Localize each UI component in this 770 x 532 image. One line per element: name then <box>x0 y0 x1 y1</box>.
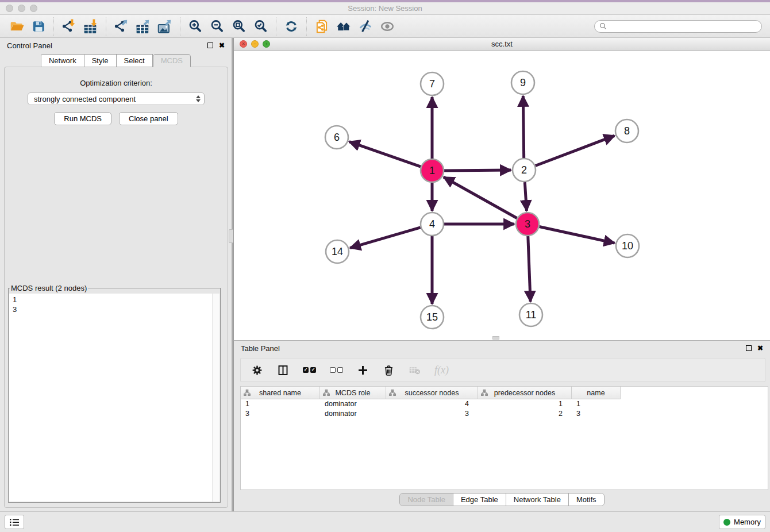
tab-select[interactable]: Select <box>117 54 153 67</box>
table-row[interactable]: 1dominator411 <box>241 399 768 409</box>
canvas-resize-handle[interactable] <box>492 336 499 340</box>
close-panel-icon[interactable]: ✖ <box>219 42 225 49</box>
save-button[interactable] <box>28 17 49 36</box>
tab-motifs[interactable]: Motifs <box>568 494 604 506</box>
deselect-all-icon <box>330 367 343 373</box>
edge-1-6[interactable] <box>349 142 421 167</box>
houses-button[interactable] <box>333 17 355 36</box>
zoom-in-icon <box>188 19 203 34</box>
column-header-name[interactable]: name <box>572 387 621 399</box>
node-11[interactable]: 11 <box>519 303 542 326</box>
result-scrollbar[interactable] <box>212 294 220 502</box>
trash-button[interactable] <box>383 364 395 376</box>
cell-successor-nodes: 3 <box>386 410 478 418</box>
control-panel-tabs: NetworkStyleSelectMCDS <box>0 54 232 67</box>
cell-predecessor-nodes: 2 <box>478 410 572 418</box>
node-6[interactable]: 6 <box>325 126 348 149</box>
edge-1-2[interactable] <box>444 170 511 171</box>
duplicate-network-icon <box>314 19 329 34</box>
edge-3-1[interactable] <box>444 177 517 218</box>
edge-2-8[interactable] <box>536 136 615 165</box>
function-button: f(x) <box>434 364 449 376</box>
table-toolbar: ✓✓f(x) <box>240 358 765 382</box>
edge-2-3[interactable] <box>525 182 526 211</box>
table-panel-title: Table Panel <box>241 344 740 353</box>
folder-open-icon <box>9 19 24 34</box>
criterion-select[interactable]: strongly connected component <box>28 92 205 105</box>
eye-slash-button[interactable] <box>355 17 376 36</box>
export-network-button[interactable] <box>110 17 132 36</box>
node-8[interactable]: 8 <box>615 119 638 142</box>
search-box[interactable] <box>594 20 762 33</box>
column-header-successor-nodes[interactable]: successor nodes <box>386 387 478 399</box>
zoom-out-button[interactable] <box>206 17 228 36</box>
add-button[interactable] <box>357 364 369 376</box>
table-float-panel-icon[interactable] <box>746 345 752 351</box>
run-mcds-button[interactable]: Run MCDS <box>54 112 111 125</box>
node-15[interactable]: 15 <box>421 306 444 329</box>
control-panel-title: Control Panel <box>7 41 202 50</box>
node-label: 14 <box>332 246 343 257</box>
node-label: 2 <box>521 164 527 176</box>
eye-button[interactable] <box>376 17 398 36</box>
gear-button[interactable] <box>251 364 263 376</box>
column-header-MCDS-role[interactable]: MCDS role <box>320 387 386 399</box>
close-panel-button[interactable]: Close panel <box>119 112 178 125</box>
table-panel: Table Panel ✖ ✓✓f(x) shared nameMCDS rol… <box>233 340 770 511</box>
node-14[interactable]: 14 <box>326 240 349 263</box>
export-image-icon <box>157 19 172 34</box>
zoom-out-icon <box>210 19 225 34</box>
node-1[interactable]: 1 <box>421 159 444 182</box>
edge-4-14[interactable] <box>350 228 421 248</box>
node-4[interactable]: 4 <box>421 213 444 236</box>
status-bar: Memory <box>0 511 770 532</box>
memory-button[interactable]: Memory <box>719 515 765 529</box>
search-input[interactable] <box>610 22 757 30</box>
tab-edge-table[interactable]: Edge Table <box>453 494 506 506</box>
zoom-in-button[interactable] <box>184 17 206 36</box>
node-10[interactable]: 10 <box>616 234 639 257</box>
export-image-button[interactable] <box>154 17 176 36</box>
edge-2-9[interactable] <box>523 96 523 158</box>
column-header-shared-name[interactable]: shared name <box>241 387 320 399</box>
tab-node-table[interactable]: Node Table <box>400 494 453 506</box>
node-3[interactable]: 3 <box>516 213 539 236</box>
column-header-predecessor-nodes[interactable]: predecessor nodes <box>478 387 572 399</box>
edge-3-11[interactable] <box>528 236 530 302</box>
edge-3-10[interactable] <box>540 227 615 244</box>
deselect-all-button[interactable] <box>330 367 343 373</box>
tab-style[interactable]: Style <box>84 54 117 67</box>
import-table-button[interactable] <box>80 17 102 36</box>
node-label: 8 <box>624 125 630 137</box>
table-close-panel-icon[interactable]: ✖ <box>757 345 763 352</box>
zoom-fit-button[interactable] <box>228 17 250 36</box>
tab-network[interactable]: Network <box>41 54 84 67</box>
table-header-row: shared nameMCDS rolesuccessor nodesprede… <box>241 387 768 399</box>
duplicate-network-button[interactable] <box>311 17 333 36</box>
table-row[interactable]: 3dominator323 <box>241 409 768 419</box>
mcds-result-textarea[interactable]: 1 3 <box>9 294 220 502</box>
task-history-button[interactable] <box>5 515 24 529</box>
column-type-icon <box>481 390 488 396</box>
node-label: 1 <box>429 165 435 176</box>
zoom-selected-button[interactable] <box>250 17 272 36</box>
node-7[interactable]: 7 <box>421 72 444 95</box>
select-all-button[interactable]: ✓✓ <box>303 367 316 373</box>
refresh-button[interactable] <box>280 17 302 36</box>
network-canvas[interactable]: 7 9 6 8 1 2 4 3 14 10 15 11 <box>234 51 770 340</box>
mcds-result-values: 1 3 <box>9 294 220 315</box>
node-label: 3 <box>525 218 530 230</box>
export-table-button[interactable] <box>132 17 154 36</box>
node-9[interactable]: 9 <box>511 71 534 94</box>
toolbar-separator <box>276 17 276 36</box>
tab-mcds[interactable]: MCDS <box>153 54 191 67</box>
folder-open-button[interactable] <box>6 17 28 36</box>
float-panel-icon[interactable] <box>207 43 213 48</box>
columns-button[interactable] <box>277 364 289 376</box>
import-network-button[interactable] <box>58 17 80 36</box>
node-2[interactable]: 2 <box>513 159 536 182</box>
refresh-icon <box>284 19 299 34</box>
tab-network-table[interactable]: Network Table <box>506 494 568 506</box>
memory-label: Memory <box>734 518 761 526</box>
network-window-titlebar[interactable]: ✕ − + scc.txt <box>234 38 770 51</box>
